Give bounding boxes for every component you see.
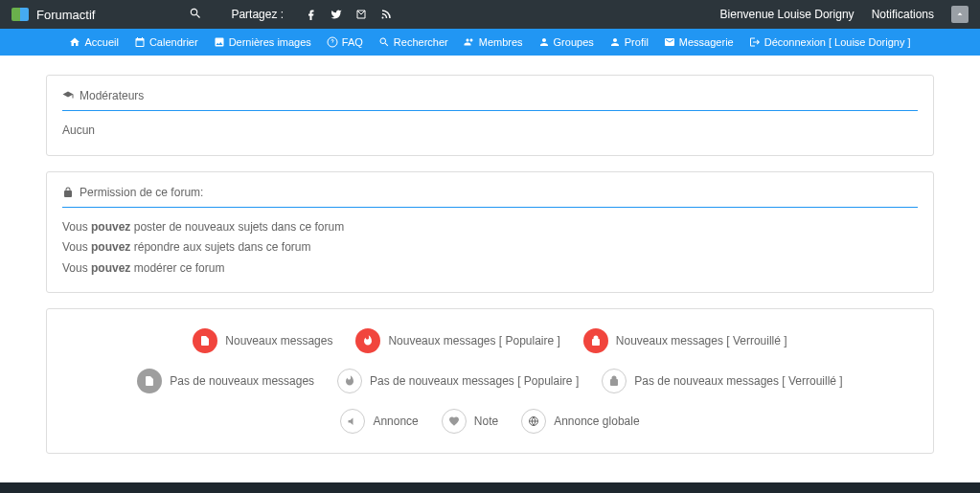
megaphone-icon <box>340 409 365 434</box>
perm-3-strong: pouvez <box>91 261 130 275</box>
nav-search-label: Rechercher <box>394 36 448 48</box>
legend-row-3: Annonce Note Annonce globale <box>66 409 914 434</box>
perm-2-pre: Vous <box>62 240 91 254</box>
perm-2-post: répondre aux sujets dans ce forum <box>130 240 310 254</box>
legend-no-new-locked-label: Pas de nouveaux messages [ Verrouillé ] <box>634 374 842 388</box>
legend-row-1: Nouveaux messages Nouveaux messages [ Po… <box>66 328 914 353</box>
facebook-icon[interactable] <box>299 0 324 29</box>
nav-messaging-label: Messagerie <box>679 36 734 48</box>
legend-new-locked-label: Nouveaux messages [ Verrouillé ] <box>616 334 787 347</box>
perm-3-post: modérer ce forum <box>130 261 224 275</box>
legend-row-2: Pas de nouveaux messages Pas de nouveaux… <box>66 369 914 393</box>
navbar: Accueil Calendrier Dernières images FAQ … <box>0 29 980 56</box>
lock-icon <box>583 328 608 353</box>
file-icon <box>137 369 162 393</box>
legend-note: Note <box>442 409 498 434</box>
legend-new: Nouveaux messages <box>193 328 332 353</box>
nav-logout[interactable]: Déconnexion [ Louise Dorigny ] <box>749 36 911 48</box>
legend-announce: Annonce <box>340 409 418 434</box>
social-icons <box>299 0 399 29</box>
share-label: Partagez : <box>231 8 284 21</box>
footer: Accueil Forum gratuit | ©phpBB | Forum g… <box>0 482 980 493</box>
legend-announce-label: Annonce <box>373 415 418 428</box>
nav-logout-label: Déconnexion [ Louise Dorigny ] <box>764 36 911 48</box>
twitter-icon[interactable] <box>324 0 349 29</box>
nav-search[interactable]: Rechercher <box>378 36 448 48</box>
permissions-panel: Permission de ce forum: Vous pouvez post… <box>46 171 934 294</box>
nav-faq-label: FAQ <box>342 36 363 48</box>
topbar: Forumactif Partagez : Bienvenue Louise D… <box>0 0 980 29</box>
moderators-title-text: Modérateurs <box>80 89 144 102</box>
nav-messaging[interactable]: Messagerie <box>664 36 734 48</box>
legend-global: Annonce globale <box>521 409 639 434</box>
lock-icon <box>62 187 74 198</box>
legend-global-label: Annonce globale <box>554 415 639 428</box>
nav-images[interactable]: Dernières images <box>214 36 311 48</box>
logo-icon <box>11 8 29 21</box>
nav-home[interactable]: Accueil <box>69 36 118 48</box>
legend-panel: Nouveaux messages Nouveaux messages [ Po… <box>46 308 934 454</box>
welcome-text[interactable]: Bienvenue Louise Dorigny <box>720 8 855 21</box>
topbar-right: Bienvenue Louise Dorigny Notifications <box>720 6 969 23</box>
nav-groups-label: Groupes <box>554 36 594 48</box>
perm-3-pre: Vous <box>62 261 91 275</box>
flame-icon <box>355 328 380 353</box>
legend-new-label: Nouveaux messages <box>225 334 332 347</box>
nav-groups[interactable]: Groupes <box>538 36 594 48</box>
search-icon[interactable] <box>189 7 202 23</box>
main-container: Modérateurs Aucun Permission de ce forum… <box>0 56 980 482</box>
legend-no-new-locked: Pas de nouveaux messages [ Verrouillé ] <box>602 369 842 393</box>
legend-new-popular-label: Nouveaux messages [ Populaire ] <box>388 334 559 347</box>
permissions-title-text: Permission de ce forum: <box>80 186 203 199</box>
nav-faq[interactable]: FAQ <box>327 36 363 48</box>
permissions-body: Vous pouvez poster de nouveaux sujets da… <box>62 217 918 280</box>
nav-profile-label: Profil <box>625 36 649 48</box>
flame-icon <box>337 369 362 393</box>
legend-new-locked: Nouveaux messages [ Verrouillé ] <box>583 328 787 353</box>
nav-profile[interactable]: Profil <box>609 36 649 48</box>
nav-images-label: Dernières images <box>229 36 311 48</box>
legend-no-new: Pas de nouveaux messages <box>137 369 314 393</box>
mail-icon[interactable] <box>349 0 374 29</box>
svg-point-0 <box>382 17 384 19</box>
scroll-top-button[interactable] <box>951 6 969 23</box>
nav-calendar-label: Calendrier <box>149 36 198 48</box>
topbar-left: Forumactif Partagez : <box>11 0 399 29</box>
perm-1-strong: pouvez <box>91 220 130 234</box>
nav-members-label: Membres <box>479 36 523 48</box>
legend-no-new-label: Pas de nouveaux messages <box>170 374 314 388</box>
globe-icon <box>521 409 546 434</box>
perm-1-pre: Vous <box>62 220 91 234</box>
lock-icon <box>602 369 627 393</box>
nav-home-label: Accueil <box>84 36 118 48</box>
graduation-icon <box>62 90 74 101</box>
moderators-panel: Modérateurs Aucun <box>46 75 934 156</box>
nav-members[interactable]: Membres <box>464 36 523 48</box>
notifications-link[interactable]: Notifications <box>872 8 934 21</box>
legend-note-label: Note <box>474 415 498 428</box>
nav-calendar[interactable]: Calendrier <box>134 36 198 48</box>
moderators-title: Modérateurs <box>62 89 918 111</box>
perm-2-strong: pouvez <box>91 240 130 254</box>
perm-1-post: poster de nouveaux sujets dans ce forum <box>130 220 344 234</box>
legend-no-new-popular-label: Pas de nouveaux messages [ Populaire ] <box>370 374 579 388</box>
file-icon <box>193 328 217 353</box>
brand-name[interactable]: Forumactif <box>36 8 95 22</box>
legend-new-popular: Nouveaux messages [ Populaire ] <box>355 328 559 353</box>
legend-no-new-popular: Pas de nouveaux messages [ Populaire ] <box>337 369 579 393</box>
moderators-body: Aucun <box>62 121 918 142</box>
heart-icon <box>442 409 467 434</box>
rss-icon[interactable] <box>374 0 399 29</box>
permissions-title: Permission de ce forum: <box>62 186 918 208</box>
